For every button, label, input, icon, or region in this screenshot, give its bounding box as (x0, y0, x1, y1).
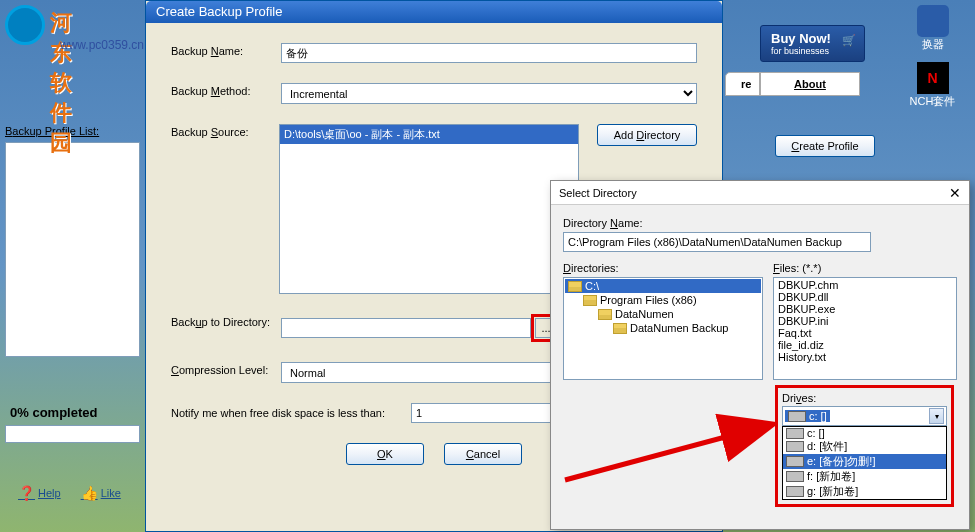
drive-icon (786, 471, 804, 482)
chevron-down-icon[interactable]: ▾ (929, 408, 944, 424)
folder-open-icon (583, 295, 597, 306)
tree-item-datanumenbackup[interactable]: DataNumen Backup (565, 321, 761, 335)
profile-list-box[interactable] (5, 142, 140, 357)
file-item[interactable]: file_id.diz (775, 339, 955, 351)
compression-level-label: Compression Level: (171, 362, 281, 376)
nch-icon: N (917, 62, 949, 94)
backup-method-label: Backup Method: (171, 83, 281, 97)
select-directory-title: Select Directory (559, 187, 637, 199)
thumbs-up-icon: 👍 (81, 485, 98, 501)
backup-to-directory-label: Backup to Directory: (171, 314, 281, 328)
drive-item-d[interactable]: d: [软件] (783, 439, 946, 454)
tab-about[interactable]: About (760, 72, 860, 96)
desktop-icon-nch[interactable]: N NCH套件 (890, 57, 975, 114)
backup-name-label: Backup Name: (171, 43, 281, 57)
select-directory-titlebar: Select Directory ✕ (551, 181, 969, 205)
backup-source-listbox[interactable]: D:\tools\桌面\oo - 副本 - 副本.txt (279, 124, 579, 294)
tree-item-datanumen[interactable]: DataNumen (565, 307, 761, 321)
ok-button[interactable]: OK (346, 443, 424, 465)
file-item[interactable]: DBKUP.exe (775, 303, 955, 315)
cancel-button[interactable]: Cancel (444, 443, 522, 465)
drives-dropdown-list[interactable]: c: [] d: [软件] e: [备份]勿删!] f: [新加卷] g: [新… (782, 426, 947, 500)
watermark-logo-icon (5, 5, 45, 45)
directory-name-label: Directory Name: (563, 217, 957, 229)
tree-item-c[interactable]: C:\ (565, 279, 761, 293)
watermark-url: www.pc0359.cn (60, 38, 144, 52)
help-icon: ❓ (18, 485, 35, 501)
directory-name-input[interactable] (563, 232, 871, 252)
folder-open-icon (613, 323, 627, 334)
backup-name-input[interactable] (281, 43, 697, 63)
add-directory-button[interactable]: Add Directory (597, 124, 697, 146)
file-item[interactable]: DBKUP.chm (775, 279, 955, 291)
tree-item-programfiles[interactable]: Program Files (x86) (565, 293, 761, 307)
compression-level-select[interactable]: Normal (281, 362, 581, 383)
file-item[interactable]: Faq.txt (775, 327, 955, 339)
drive-item-c[interactable]: c: [] (783, 427, 946, 439)
close-icon[interactable]: ✕ (949, 185, 961, 201)
left-panel: Backup Profile List: (5, 125, 145, 357)
switch-icon (917, 5, 949, 37)
drives-highlight: Drives: c: [] ▾ c: [] d: [软件] e: [备份]勿删!… (775, 385, 954, 507)
watermark-title: 河东软件园 (50, 8, 72, 158)
notify-threshold-input[interactable] (411, 403, 571, 423)
directory-tree[interactable]: C:\ Program Files (x86) DataNumen DataNu… (563, 277, 763, 380)
tabs: re About (725, 72, 885, 96)
file-item[interactable]: History.txt (775, 351, 955, 363)
folder-open-icon (568, 281, 582, 292)
help-links: ❓ Help 👍 Like (18, 485, 121, 501)
backup-source-label: Backup Source: (171, 124, 279, 138)
drives-section: Drives: c: [] ▾ c: [] d: [软件] e: [备份]勿删!… (775, 385, 954, 507)
folder-open-icon (598, 309, 612, 320)
drive-item-f[interactable]: f: [新加卷] (783, 469, 946, 484)
drives-combobox[interactable]: c: [] ▾ (782, 406, 947, 426)
tab-store[interactable]: re (725, 72, 760, 96)
profile-list-label: Backup Profile List: (5, 125, 145, 137)
notify-label: Notify me when free disk space is less t… (171, 407, 411, 419)
help-link[interactable]: ❓ Help (18, 485, 61, 501)
files-label: Files: (*.*) (773, 262, 957, 274)
like-link[interactable]: 👍 Like (81, 485, 121, 501)
drive-icon (786, 441, 804, 452)
drive-item-g[interactable]: g: [新加卷] (783, 484, 946, 499)
buy-now-button[interactable]: Buy Now! for businesses 🛒 (760, 25, 865, 62)
drive-icon (786, 456, 804, 467)
directories-label: Directories: (563, 262, 763, 274)
file-item[interactable]: DBKUP.ini (775, 315, 955, 327)
right-panel: Buy Now! for businesses 🛒 re About (725, 0, 885, 96)
source-item[interactable]: D:\tools\桌面\oo - 副本 - 副本.txt (280, 125, 578, 144)
drive-icon (786, 486, 804, 497)
dialog-titlebar: Create Backup Profile (146, 1, 722, 23)
drive-icon (786, 428, 804, 439)
progress-bar (5, 425, 140, 443)
create-profile-button[interactable]: Create Profile (775, 135, 875, 157)
drives-label: Drives: (782, 392, 947, 404)
progress-label: 0% completed (10, 405, 97, 420)
files-listbox[interactable]: DBKUP.chm DBKUP.dll DBKUP.exe DBKUP.ini … (773, 277, 957, 380)
drive-item-e[interactable]: e: [备份]勿删!] (783, 454, 946, 469)
drive-icon (788, 411, 806, 422)
desktop-icon-switch[interactable]: 换器 (890, 0, 975, 57)
backup-method-select[interactable]: Incremental (281, 83, 697, 104)
file-item[interactable]: DBKUP.dll (775, 291, 955, 303)
desktop-icons: 换器 N NCH套件 (890, 0, 975, 114)
cart-icon: 🛒 (842, 34, 856, 47)
backup-to-directory-input[interactable] (281, 318, 531, 338)
